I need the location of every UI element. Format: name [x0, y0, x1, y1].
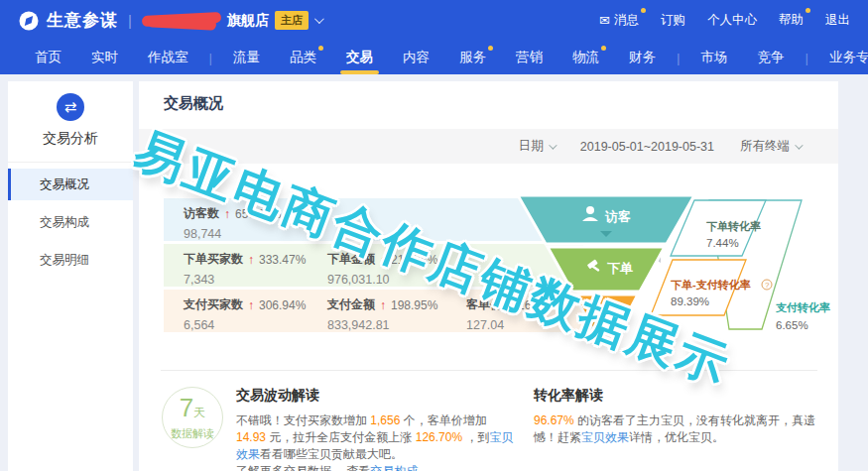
compass-icon [18, 10, 40, 32]
badge-dot [488, 46, 493, 51]
nav-traffic[interactable]: 流量 [231, 41, 262, 74]
sidebar-item-trade-detail[interactable]: 交易明细 [8, 244, 133, 276]
main-nav: 首页 实时 作战室 | 流量 品类 交易 内容 服务 营销 物流 财务 | 市场… [0, 41, 868, 74]
badge-dot [601, 46, 606, 51]
svg-text:?: ? [765, 281, 770, 290]
main-shop-badge: 主店 [275, 11, 309, 30]
nav-separator: | [806, 51, 809, 65]
item-effect-link[interactable]: 宝贝效果 [581, 430, 629, 444]
orders-link[interactable]: 订购 [661, 12, 685, 29]
filter-bar: 日期 2019-05-01~2019-05-31 所有终端 [139, 129, 838, 164]
metric-pay-buyers: 支付买家数 ↑ 306.94% 6,564 [184, 296, 306, 332]
trade-analysis-icon: ⇄ [57, 93, 84, 121]
nav-separator: | [209, 51, 213, 65]
up-arrow-icon: ↑ [380, 253, 386, 267]
logout-link[interactable]: 退出 [825, 12, 850, 29]
shop-selector[interactable]: 旗舰店 主店 [142, 11, 321, 30]
nav-separator: | [677, 51, 681, 65]
sidebar-item-trade-overview[interactable]: 交易概况 [8, 169, 133, 200]
metric-value: 833,942.81 [327, 318, 437, 332]
date-range-value[interactable]: 2019-05-01~2019-05-31 [580, 140, 714, 154]
brand-logo[interactable]: 生意参谋 [18, 9, 118, 32]
order-pay-rate-value: 89.39% [671, 295, 709, 307]
brand-name: 生意参谋 [47, 9, 118, 32]
funnel-pay-label: 支付 [594, 308, 617, 320]
trade-fluctuation-insight: 交易波动解读 不错哦！支付买家数增加 1,656 个，客单价增加 14.93 元… [236, 387, 516, 471]
chevron-down-icon [314, 14, 324, 24]
order-rate-value: 7.44% [706, 237, 739, 249]
header-actions: ✉ 消息 订购 个人中心 帮助 退出 [599, 12, 850, 29]
sidebar-title: 交易分析 [8, 130, 133, 148]
app-window: 生意参谋 | 旗舰店 主店 ✉ 消息 订购 个人中心 帮助 [0, 0, 868, 471]
chevron-down-icon [549, 141, 557, 149]
conversion-funnel: 访客 下单 支付 下单转化率 7.44% 下单-支付转化率 ? 89.39% 支… [496, 188, 843, 343]
nav-trade-active[interactable]: 交易 [344, 41, 375, 74]
notification-dot [806, 8, 810, 13]
pay-rate-value: 6.65% [776, 319, 808, 331]
nav-service[interactable]: 服务 [457, 41, 488, 74]
insight-title: 交易波动解读 [236, 387, 516, 405]
nav-warroom[interactable]: 作战室 [146, 41, 190, 74]
nav-home[interactable]: 首页 [33, 41, 63, 74]
nav-realtime[interactable]: 实时 [89, 41, 120, 74]
increase-count: 1,656 [370, 413, 400, 427]
chevron-down-icon [795, 141, 803, 149]
sidebar: ⇄ 交易分析 交易概况 交易构成 交易明细 [8, 81, 133, 471]
metric-pay-amount: 支付金额 ↑ 198.95% 833,942.81 [327, 296, 437, 332]
messages-link[interactable]: ✉ 消息 [599, 12, 639, 29]
insight-text: 不错哦！支付买家数增加 1,656 个，客单价增加 14.93 元，拉升全店支付… [236, 412, 516, 471]
trade-composition-link[interactable]: 交易构成 [370, 464, 418, 471]
nav-market[interactable]: 市场 [699, 41, 730, 74]
up-arrow-icon: ↑ [224, 207, 230, 221]
envelope-icon: ✉ [599, 13, 610, 28]
metric-order-buyers: 下单买家数 ↑ 333.47% 7,343 [184, 251, 306, 287]
section-divider [161, 370, 817, 371]
main-content: 交易概况 日期 2019-05-01~2019-05-31 所有终端 访客数 ↑ [139, 81, 838, 471]
up-arrow-icon: ↑ [248, 253, 254, 267]
nav-category[interactable]: 品类 [288, 41, 318, 74]
page-title: 交易概况 [164, 94, 223, 113]
metric-value: 7,343 [184, 273, 306, 287]
pay-rate-label: 支付转化率 [775, 301, 830, 313]
terminal-dropdown[interactable]: 所有终端 [740, 138, 801, 155]
nav-competition[interactable]: 竞争 [756, 41, 787, 74]
bounce-pct: 96.67% [534, 413, 574, 427]
metric-order-amount: 下单金额 ↑ 216.78% 976,031.10 [327, 251, 437, 287]
nav-logistics[interactable]: 物流 [570, 41, 601, 74]
insight-title: 转化率解读 [534, 387, 823, 405]
order-rate-label: 下单转化率 [706, 220, 761, 232]
shop-name-suffix: 旗舰店 [227, 12, 269, 30]
help-link[interactable]: 帮助 [779, 12, 804, 29]
nav-finance[interactable]: 财务 [627, 41, 658, 74]
header-divider: | [128, 12, 132, 29]
nav-content[interactable]: 内容 [401, 41, 432, 74]
section-marker [149, 140, 152, 154]
funnel-order-segment [548, 247, 665, 292]
up-arrow-icon: ↑ [248, 298, 254, 312]
up-arrow-icon: ↑ [380, 298, 386, 312]
seven-day-badge: 7天 数据解读 [162, 387, 223, 448]
metric-value: 98,744 [184, 227, 281, 241]
nav-marketing[interactable]: 营销 [514, 41, 545, 74]
top-header: 生意参谋 | 旗舰店 主店 ✉ 消息 订购 个人中心 帮助 [0, 0, 868, 41]
order-pay-rate-label: 下单-支付转化率 [671, 279, 751, 291]
increase-pct: 126.70% [416, 430, 462, 444]
insight-text: 96.67% 的访客看了主力宝贝，没有转化就离开，真遗憾！赶紧宝贝效果详情，优化… [534, 412, 823, 446]
funnel-visitor-label: 访客 [604, 209, 631, 224]
profile-link[interactable]: 个人中心 [707, 12, 757, 29]
nav-business-zone[interactable]: 业务专区 [827, 41, 868, 74]
notification-dot [641, 8, 646, 13]
badge-dot [318, 46, 323, 51]
metric-value: 6,564 [184, 318, 306, 332]
sidebar-item-trade-composition[interactable]: 交易构成 [8, 206, 133, 238]
conversion-insight: 转化率解读 96.67% 的访客看了主力宝贝，没有转化就离开，真遗憾！赶紧宝贝效… [534, 387, 823, 446]
increase-amount: 14.93 [236, 430, 266, 444]
metric-visitors: 访客数 ↑ 650.11% 98,744 [184, 205, 281, 241]
funnel-order-label: 下单 [607, 261, 633, 276]
sidebar-header: ⇄ 交易分析 [8, 81, 133, 163]
date-filter-dropdown[interactable]: 日期 [519, 138, 555, 155]
metric-value: 976,031.10 [327, 273, 437, 287]
redacted-shop-name [142, 13, 221, 29]
